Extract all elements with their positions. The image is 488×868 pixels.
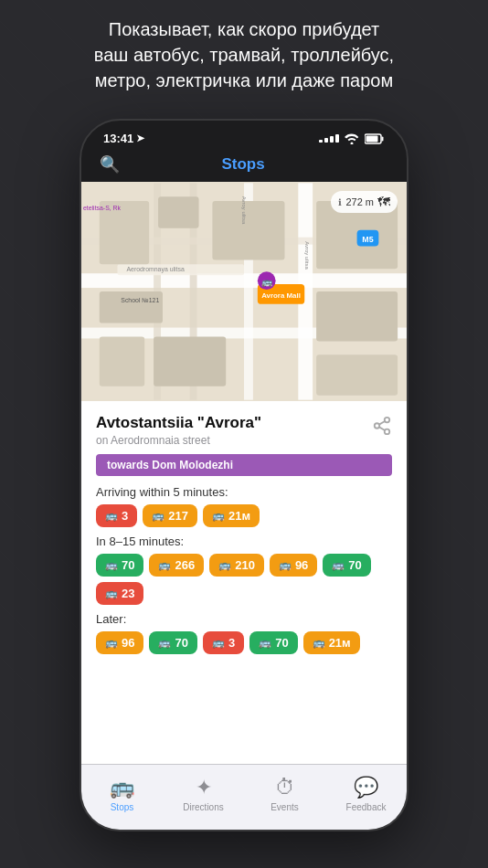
bus-icon: 🚌: [105, 559, 118, 571]
stop-street: on Aerodromnaia street: [96, 434, 261, 447]
tab-events[interactable]: ⏱ Events: [244, 776, 325, 820]
bus-icon: 🚌: [212, 510, 225, 522]
route-number-2-0: 96: [122, 636, 134, 650]
events-icon: ⏱: [275, 776, 295, 799]
route-number-2-2: 3: [228, 636, 235, 650]
svg-rect-20: [316, 355, 398, 396]
bus-icon: 🚌: [313, 637, 325, 649]
route-number-2-4: 21м: [329, 636, 351, 650]
route-badge-0-1[interactable]: 🚌217: [143, 504, 197, 527]
tab-events-label: Events: [271, 802, 299, 812]
map-area[interactable]: Avrora Mall School №121 M5 🚌 Avroy ulits…: [81, 182, 407, 401]
nav-title: Stops: [221, 155, 264, 174]
svg-rect-13: [158, 196, 199, 228]
bus-icon: 🚌: [158, 637, 171, 649]
arrival-section-1: In 8–15 minutes:🚌70🚌266🚌210🚌96🚌70🚌23: [96, 535, 392, 605]
phone-frame: 13:41 ➤: [80, 119, 408, 831]
tab-stops[interactable]: 🚌 Stops: [81, 776, 163, 820]
tab-directions-label: Directions: [183, 802, 223, 812]
route-number-0-1: 217: [168, 509, 188, 523]
routes-row-0: 🚌3🚌217🚌21м: [96, 504, 392, 527]
distance-badge: ℹ 272 m 🗺: [331, 191, 398, 213]
direction-badge: towards Dom Molodezhi: [96, 454, 392, 476]
route-badge-1-4[interactable]: 🚌70: [323, 554, 370, 577]
svg-rect-19: [316, 291, 398, 341]
bus-icon: 🚌: [152, 510, 164, 522]
svg-line-37: [379, 427, 385, 430]
map-svg: Avrora Mall School №121 M5 🚌 Avroy ulits…: [81, 182, 407, 401]
svg-text:School №121: School №121: [121, 297, 159, 303]
svg-point-34: [385, 418, 390, 423]
tagline-text: Показывает, как скоро прибудетваш автобу…: [18, 16, 470, 93]
svg-text:Aerodrоmnaya ulitsa: Aerodrоmnaya ulitsa: [126, 266, 184, 273]
svg-text:M5: M5: [362, 235, 373, 244]
svg-rect-2: [366, 135, 378, 142]
route-badge-2-2[interactable]: 🚌3: [203, 631, 244, 654]
map-logo: 🗺: [377, 195, 390, 209]
route-badge-1-2[interactable]: 🚌210: [209, 554, 264, 577]
arrival-section-0: Arriving within 5 minutes:🚌3🚌217🚌21м: [96, 485, 392, 527]
svg-line-38: [379, 421, 385, 425]
route-number-1-1: 266: [175, 558, 195, 572]
route-badge-2-4[interactable]: 🚌21м: [303, 631, 360, 654]
stops-icon: 🚌: [110, 776, 134, 799]
svg-rect-16: [100, 336, 144, 386]
svg-text:etelitsa-S, Rk: etelitsa-S, Rk: [83, 205, 122, 211]
svg-rect-14: [212, 201, 284, 259]
battery-icon: [365, 133, 385, 144]
route-number-1-0: 70: [122, 558, 134, 572]
svg-text:Avroy ulitsa: Avroy ulitsa: [304, 241, 310, 270]
routes-row-1: 🚌70🚌266🚌210🚌96🚌70🚌23: [96, 554, 392, 605]
bus-icon: 🚌: [105, 637, 118, 649]
feedback-icon: 💬: [354, 776, 378, 799]
signal-icon: [319, 134, 339, 143]
route-badge-2-0[interactable]: 🚌96: [96, 631, 143, 654]
bus-icon: 🚌: [212, 637, 225, 649]
route-badge-1-0[interactable]: 🚌70: [96, 554, 143, 577]
bus-icon: 🚌: [105, 587, 118, 599]
bus-icon: 🚌: [105, 510, 118, 522]
route-badge-1-5[interactable]: 🚌23: [96, 582, 143, 605]
stop-header: Avtostantsiia "Avrora" on Aerodromnaia s…: [96, 414, 392, 447]
route-number-0-2: 21м: [228, 509, 250, 523]
route-badge-2-1[interactable]: 🚌70: [149, 631, 196, 654]
route-number-1-5: 23: [122, 587, 134, 600]
status-bar: 13:41 ➤: [81, 121, 407, 149]
bus-icon: 🚌: [332, 559, 345, 571]
arrival-label-1: In 8–15 minutes:: [96, 535, 392, 548]
route-badge-1-3[interactable]: 🚌96: [270, 554, 317, 577]
tab-feedback-label: Feedback: [346, 802, 387, 812]
route-number-1-4: 70: [348, 558, 361, 572]
status-time: 13:41 ➤: [103, 132, 144, 145]
svg-point-36: [385, 429, 390, 435]
arrivals-container: Arriving within 5 minutes:🚌3🚌217🚌21мIn 8…: [96, 485, 392, 654]
arrival-section-2: Later:🚌96🚌70🚌3🚌70🚌21м: [96, 612, 392, 654]
phone-screen: 13:41 ➤: [81, 121, 407, 764]
share-icon[interactable]: [372, 416, 392, 440]
route-badge-0-0[interactable]: 🚌3: [96, 504, 137, 527]
route-number-1-3: 96: [295, 558, 308, 572]
svg-text:🚌: 🚌: [261, 276, 273, 288]
route-number-2-3: 70: [275, 636, 288, 650]
svg-text:Avroy ulitsa: Avroy ulitsa: [241, 196, 247, 225]
search-icon[interactable]: 🔍: [100, 154, 120, 175]
svg-point-35: [375, 423, 380, 429]
svg-text:Avrora Mall: Avrora Mall: [261, 291, 301, 300]
tab-directions[interactable]: ✦ Directions: [163, 776, 244, 820]
status-icons: [319, 133, 385, 144]
tab-bar: 🚌 Stops ✦ Directions ⏱ Events 💬 Feedback: [81, 764, 407, 830]
info-icon: ℹ: [338, 197, 342, 207]
arrival-label-0: Arriving within 5 minutes:: [96, 485, 392, 499]
bus-icon: 🚌: [259, 637, 271, 649]
location-icon: ➤: [136, 132, 144, 144]
route-badge-0-2[interactable]: 🚌21м: [203, 504, 260, 527]
bus-icon: 🚌: [279, 559, 292, 571]
directions-icon: ✦: [196, 776, 212, 799]
arrival-label-2: Later:: [96, 612, 392, 626]
route-badge-1-1[interactable]: 🚌266: [149, 554, 204, 577]
route-number-2-1: 70: [175, 636, 187, 650]
bus-icon: 🚌: [218, 559, 231, 571]
route-badge-2-3[interactable]: 🚌70: [249, 631, 297, 654]
tab-feedback[interactable]: 💬 Feedback: [325, 776, 407, 820]
stop-info: Avtostantsiia "Avrora" on Aerodromnaia s…: [96, 414, 261, 447]
